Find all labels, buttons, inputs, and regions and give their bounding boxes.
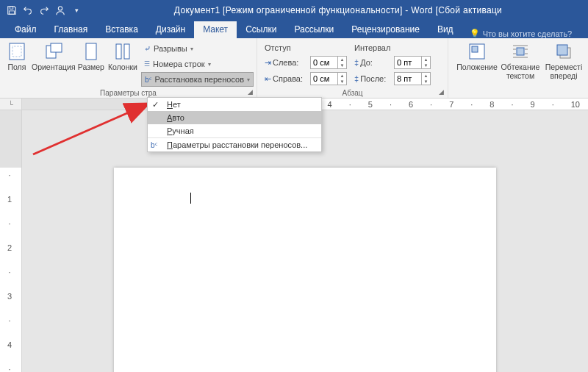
save-icon[interactable]: [4, 3, 19, 18]
breaks-icon: ⤶: [144, 44, 151, 54]
wrap-text-icon: [510, 41, 531, 62]
ribbon-tabs: Файл Главная Вставка Дизайн Макет Ссылки…: [0, 21, 588, 38]
spacing-heading: Интервал: [354, 43, 431, 54]
svg-point-2: [58, 7, 62, 10]
svg-rect-1: [10, 11, 15, 14]
breaks-button[interactable]: ⤶ Разрывы ▾: [141, 41, 254, 56]
hyphenation-none[interactable]: ✓ Нет: [148, 98, 321, 111]
lightbulb-icon: 💡: [470, 29, 480, 38]
window-title: Документ1 [Режим ограниченной функционал…: [88, 5, 588, 15]
group-paragraph: Отступ ⇥Слева: ▲▼ ⇤Справа: ▲▼ Интервал ‡…: [257, 38, 448, 98]
page[interactable]: [114, 168, 496, 372]
account-icon[interactable]: [53, 3, 68, 18]
indent-right-icon: ⇤: [265, 74, 271, 84]
indent-left-icon: ⇥: [265, 58, 271, 68]
dialog-launcher-icon[interactable]: ◢: [437, 87, 445, 96]
spacing-before-input[interactable]: ▲▼: [394, 56, 431, 69]
svg-rect-12: [517, 48, 524, 55]
line-numbers-icon: ☰: [144, 60, 150, 68]
svg-rect-6: [51, 43, 62, 52]
tell-me-search[interactable]: 💡 Что вы хотите сделать?: [462, 29, 580, 38]
svg-rect-9: [124, 44, 129, 59]
columns-button[interactable]: Колонки: [107, 40, 139, 74]
tell-me-label: Что вы хотите сделать?: [483, 29, 573, 38]
svg-rect-8: [116, 44, 121, 59]
indent-heading: Отступ: [265, 43, 347, 54]
position-icon: [467, 41, 487, 62]
quick-access-toolbar: ▾: [0, 3, 88, 18]
hyphenation-manual[interactable]: Ручная: [148, 124, 321, 138]
qat-customize-icon[interactable]: ▾: [69, 3, 84, 18]
spacing-after-icon: ‡: [354, 74, 359, 83]
svg-rect-3: [10, 43, 24, 60]
orientation-icon: [43, 41, 64, 62]
hyphenation-auto[interactable]: Авто: [148, 111, 321, 124]
tab-mailings[interactable]: Рассылки: [285, 21, 343, 38]
tab-file[interactable]: Файл: [6, 21, 46, 38]
tab-references[interactable]: Ссылки: [237, 21, 285, 38]
svg-rect-7: [86, 43, 96, 60]
position-button[interactable]: Положение: [456, 40, 498, 74]
titlebar: ▾ Документ1 [Режим ограниченной функцион…: [0, 0, 588, 21]
vertical-ruler[interactable]: ·1·2·3·4·5·6: [0, 110, 22, 372]
redo-icon[interactable]: [37, 3, 51, 18]
hyphenation-dropdown: ✓ Нет Авто Ручная bᶜ Параметры расстанов…: [147, 97, 322, 152]
svg-rect-14: [557, 45, 567, 55]
margins-icon: [7, 41, 27, 62]
wrap-text-button[interactable]: Обтекание текстом: [499, 40, 542, 82]
ribbon: Поля Ориентация Размер Колонки ⤶ Разрывы…: [0, 38, 588, 99]
columns-icon: [112, 41, 133, 62]
margins-button[interactable]: Поля: [3, 40, 31, 74]
tab-view[interactable]: Вид: [429, 21, 462, 38]
group-page-setup: Поля Ориентация Размер Колонки ⤶ Разрывы…: [0, 38, 257, 98]
indent-right-input[interactable]: ▲▼: [310, 72, 347, 85]
bring-forward-button[interactable]: Переместі впереді: [542, 40, 585, 82]
line-numbers-button[interactable]: ☰ Номера строк ▾: [141, 57, 254, 71]
orientation-button[interactable]: Ориентация: [32, 40, 76, 74]
tab-insert[interactable]: Вставка: [96, 21, 147, 38]
tab-selector[interactable]: └: [0, 99, 22, 110]
hyphenation-icon: bᶜ: [145, 76, 152, 84]
tab-review[interactable]: Рецензирование: [343, 21, 429, 38]
tab-design[interactable]: Дизайн: [147, 21, 194, 38]
indent-left-input[interactable]: ▲▼: [310, 56, 347, 69]
group-arrange: Положение Обтекание текстом Переместі вп…: [448, 38, 588, 98]
hyphenation-button[interactable]: bᶜ Расстановка переносов ▾: [141, 72, 254, 87]
size-button[interactable]: Размер: [76, 40, 106, 74]
chevron-down-icon: ▾: [247, 76, 250, 83]
bring-forward-icon: [553, 41, 574, 62]
tab-home[interactable]: Главная: [46, 21, 97, 38]
spacing-before-icon: ‡: [354, 58, 359, 67]
chevron-down-icon: ▾: [208, 61, 211, 68]
text-cursor: [190, 193, 191, 204]
size-icon: [81, 41, 101, 62]
tab-layout[interactable]: Макет: [194, 21, 237, 38]
check-icon: ✓: [152, 100, 159, 110]
hyphenation-options-icon: bᶜ: [151, 141, 158, 149]
hyphenation-options[interactable]: bᶜ Параметры расстановки переносов...: [148, 138, 321, 151]
undo-icon[interactable]: [21, 3, 35, 18]
chevron-down-icon: ▾: [190, 46, 193, 52]
dialog-launcher-icon[interactable]: ◢: [245, 87, 254, 96]
svg-rect-11: [472, 46, 478, 52]
spacing-after-input[interactable]: ▲▼: [394, 72, 431, 85]
